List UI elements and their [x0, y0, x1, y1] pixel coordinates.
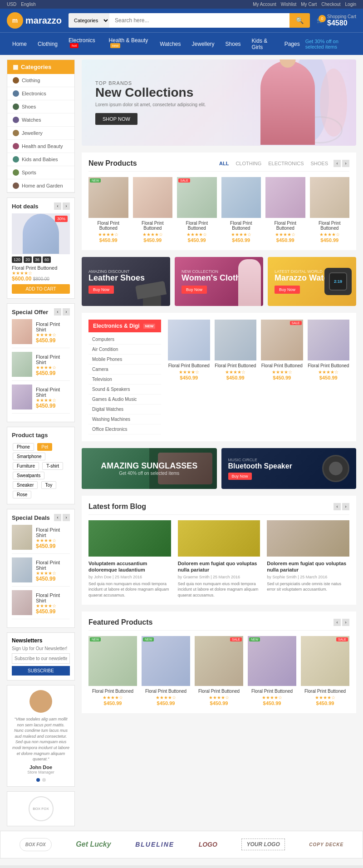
login-link[interactable]: Login — [345, 2, 356, 7]
tag-toy[interactable]: Toy — [41, 481, 57, 489]
dot-1[interactable] — [36, 778, 40, 782]
tag-sweatpants[interactable]: Sweatpants — [13, 472, 44, 479]
elec-cat-television[interactable]: Television — [88, 375, 161, 385]
sidebar-item-health-beauty[interactable]: Health and Beauty — [7, 140, 74, 153]
tag-smartphone[interactable]: Smartphone — [13, 453, 45, 460]
newsletter-input[interactable] — [12, 653, 70, 664]
sidebar-item-electronics[interactable]: Electronics — [7, 87, 74, 100]
my-account-link[interactable]: My Account — [253, 2, 276, 7]
search-input[interactable] — [109, 13, 289, 28]
logo-icon: m — [7, 12, 23, 29]
product-img-5 — [265, 177, 305, 218]
featured-img-bg-2 — [142, 636, 190, 686]
elec-cat-games[interactable]: Games & Audio Music — [88, 395, 161, 404]
nav-electronics[interactable]: Electronics hot — [63, 33, 103, 55]
hot-deals: Hot deals ‹ › 30% 120 20 36 60 Floral Pr… — [7, 197, 75, 299]
promo-watch[interactable]: LATEST DIGITAL WORLD Marazzo Watch Buy N… — [268, 257, 356, 306]
sidebar-item-jewellery[interactable]: Jewellery — [7, 127, 74, 140]
elec-cat-sound[interactable]: Sound & Speakers — [88, 385, 161, 395]
featured-prev[interactable]: ‹ — [334, 619, 341, 626]
hot-deals-nav: ‹ › — [54, 202, 70, 210]
special-deals: Special Deals ‹ › Floral Print Shirt ★★★… — [7, 509, 75, 628]
elec-cat-camera[interactable]: Camera — [88, 365, 161, 375]
hero-text: TOP BRANDS New Collections Lorem ipsum d… — [95, 80, 206, 125]
promo-leather-shoes[interactable]: AMAZING DISCOUNT Leather Shoes Buy Now — [82, 257, 170, 306]
filter-clothing[interactable]: CLOTHING — [235, 161, 261, 166]
search-category-select[interactable]: Categories — [69, 13, 109, 28]
promo-buy-btn-2[interactable]: Buy Now — [182, 286, 207, 294]
elec-cat-computers[interactable]: Computers — [88, 335, 161, 345]
checkout-link[interactable]: Checkout — [321, 2, 340, 7]
partner-3: BLUELINE — [135, 841, 174, 848]
promo-buy-btn-3[interactable]: Buy Now — [275, 286, 300, 294]
nav-home[interactable]: Home — [7, 36, 32, 52]
speaker-banner[interactable]: MUSIC CIRCLE Bluetooth Speaker Buy Now — [221, 448, 357, 489]
speaker-buy-btn[interactable]: Buy Now — [228, 473, 252, 480]
elec-cat-washing[interactable]: Washing Machines — [88, 414, 161, 424]
products-next[interactable]: › — [342, 160, 349, 167]
filter-shoes[interactable]: SHOES — [310, 161, 328, 166]
sunglasses-banner[interactable]: AMAZING SUNGLASSES Get 40% off on select… — [82, 448, 217, 489]
nav-health-beauty[interactable]: Health & Beauty new — [103, 33, 155, 55]
elec-cat-watches[interactable]: Digital Watches — [88, 404, 161, 414]
promo-buy-btn-1[interactable]: Buy Now — [88, 286, 114, 294]
cart-icon-wrap[interactable]: 🛒 0 — [317, 17, 324, 24]
elec-cat-mobiles[interactable]: Mobile Phones — [88, 355, 161, 365]
brand-logo-sidebar: BOX FOX — [7, 791, 75, 826]
tag-rose[interactable]: Rose — [13, 491, 31, 498]
tag-tshirt[interactable]: T-shirt — [42, 462, 63, 470]
product-stars-1: ★★★★☆ — [88, 232, 128, 237]
blog-prev[interactable]: ‹ — [334, 503, 341, 510]
search-button[interactable]: 🔍 — [289, 13, 310, 28]
nav-watches[interactable]: Watches — [154, 36, 186, 52]
nav-clothing[interactable]: Clothing — [32, 36, 63, 52]
sidebar-item-sports[interactable]: Sports — [7, 166, 74, 179]
hot-deal-name: Floral Print Buttoned — [12, 265, 70, 271]
wishlist-link[interactable]: Wishlist — [281, 2, 296, 7]
filter-electronics[interactable]: ELECTRONICS — [268, 161, 304, 166]
shop-now-button[interactable]: SHOP NOW — [95, 113, 137, 125]
filter-all[interactable]: ALL — [219, 161, 229, 166]
dot-2[interactable] — [42, 778, 46, 782]
tag-pet[interactable]: Pet — [37, 443, 52, 451]
deal-stars-3: ★★★★☆ — [36, 603, 70, 608]
nav-pages[interactable]: Pages — [279, 36, 305, 52]
featured-new-tag-4: NEW — [249, 637, 260, 641]
elec-product-stars-4: ★★★★☆ — [308, 370, 350, 375]
sidebar-item-clothing[interactable]: Clothing — [7, 74, 74, 87]
special-offer-prev[interactable]: ‹ — [54, 308, 61, 316]
sidebar-item-home-garden[interactable]: Home and Garden — [7, 179, 74, 192]
hot-deals-prev[interactable]: ‹ — [54, 202, 61, 210]
tag-sneaker[interactable]: Sneaker — [13, 481, 38, 489]
promo-womens-cloth[interactable]: NEW COLLECTION Women's Cloth Buy Now — [175, 257, 263, 306]
my-cart-link[interactable]: My Cart — [301, 2, 317, 7]
nav-jewellery[interactable]: Jewellery — [186, 36, 220, 52]
nav-shoes[interactable]: Shoes — [220, 36, 246, 52]
add-to-cart-button[interactable]: ADD TO CART — [12, 284, 70, 294]
sidebar-item-kids[interactable]: Kids and Babies — [7, 153, 74, 166]
sidebar-item-shoes[interactable]: Shoes — [7, 100, 74, 113]
hot-deals-next[interactable]: › — [63, 202, 70, 210]
cloth-shape — [238, 259, 261, 306]
logo[interactable]: m marazzo — [7, 12, 62, 29]
sidebar-item-watches[interactable]: Watches — [7, 113, 74, 127]
featured-name-3: Floral Print Buttoned — [195, 689, 243, 694]
hot-deal-price-old: $800.00 — [33, 276, 49, 281]
newsletter: Newsletters Sign Up for Our Newsletter! … — [7, 632, 75, 681]
subscribe-button[interactable]: SUBSCRIBE — [12, 666, 70, 676]
special-offer-next[interactable]: › — [63, 308, 70, 316]
products-prev[interactable]: ‹ — [334, 160, 341, 167]
elec-cat-aircondition[interactable]: Air Condition — [88, 345, 161, 355]
special-deals-next[interactable]: › — [63, 514, 70, 521]
product-name-4: Floral Print Buttoned — [221, 221, 261, 231]
nav-kids-girls[interactable]: Kids & Girls — [246, 33, 279, 55]
tag-phone[interactable]: Phone — [13, 443, 34, 451]
elec-cat-office[interactable]: Office Electronics — [88, 424, 161, 434]
special-deals-prev[interactable]: ‹ — [54, 514, 61, 521]
currency-selector[interactable]: USD — [7, 2, 16, 7]
language-selector[interactable]: English — [21, 2, 36, 7]
tag-furniture[interactable]: Furniture — [13, 462, 39, 470]
deal-item-img-1 — [12, 525, 32, 550]
blog-next[interactable]: › — [342, 503, 349, 510]
featured-next[interactable]: › — [342, 619, 349, 626]
